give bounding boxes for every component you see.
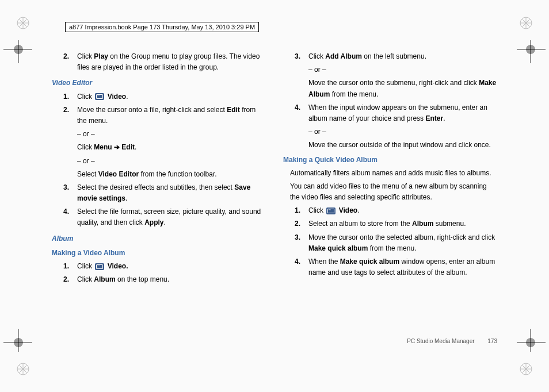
step-item: 1. Click Video. (63, 261, 266, 272)
page-footer: PC Studio Media Manager 173 (407, 337, 497, 346)
step-item: 3. Click Add Album on the left submenu. (295, 51, 497, 62)
step-number: 3. (63, 182, 77, 204)
registration-mark-icon (519, 16, 533, 30)
step-text: When the Make quick album window opens, … (308, 256, 497, 278)
section-name: PC Studio Media Manager (407, 338, 474, 344)
step-text: Click Video. (77, 91, 266, 102)
or-separator: – or – (308, 64, 497, 75)
content-area: 2. Click Play on the Group menu to play … (52, 49, 497, 346)
step-text: Click Video. (77, 261, 266, 272)
heading-making-video-album: Making a Video Album (52, 248, 266, 259)
step-text: Select an album to store from the Album … (308, 218, 497, 229)
step-number: 4. (295, 102, 308, 124)
step-item: 3. Select the desired effects and subtit… (63, 182, 266, 204)
step-alt: Move the cursor onto the submenu, right-… (308, 78, 497, 99)
registration-mark-icon (16, 16, 30, 30)
crop-mark-icon (3, 40, 38, 69)
body-text: You can add video files to the menu of a… (290, 181, 497, 203)
registration-mark-icon (16, 362, 30, 376)
step-number: 1. (295, 205, 308, 216)
step-item: 2. Click Play on the Group menu to play … (63, 51, 266, 73)
step-text: Click Play on the Group menu to play gro… (77, 51, 266, 73)
step-number: 4. (63, 206, 77, 228)
step-number: 2. (63, 105, 77, 126)
or-separator: – or – (77, 129, 266, 140)
step-item: 2. Click Album on the top menu. (63, 274, 266, 285)
page-header-info: a877 Impression.book Page 173 Thursday, … (65, 22, 259, 32)
heading-quick-video-album: Making a Quick Video Album (283, 155, 497, 166)
body-text: Automatically filters album names and ad… (290, 168, 497, 179)
page-number: 173 (487, 338, 497, 344)
or-separator: – or – (77, 156, 266, 167)
step-text: Select the desired effects and subtitles… (77, 182, 266, 204)
left-column: 2. Click Play on the Group menu to play … (52, 49, 266, 346)
step-item: 2. Select an album to store from the Alb… (295, 218, 497, 229)
step-text: When the input window appears on the sub… (308, 102, 497, 124)
step-number: 3. (295, 51, 308, 62)
step-text: Move the cursor onto a file, right-click… (77, 105, 266, 126)
video-icon (326, 207, 336, 214)
step-alt: Select Video Editor from the function to… (77, 169, 266, 180)
step-alt: Click Menu ➔ Edit. (77, 142, 266, 153)
step-text: Click Album on the top menu. (77, 274, 266, 285)
crop-mark-icon (511, 323, 546, 352)
heading-video-editor: Video Editor (52, 78, 266, 89)
step-item: 1. Click Video. (63, 91, 266, 102)
step-item: 2. Move the cursor onto a file, right-cl… (63, 105, 266, 126)
step-number: 3. (295, 232, 308, 254)
step-item: 4. When the input window appears on the … (295, 102, 497, 124)
or-separator: – or – (308, 126, 497, 137)
step-alt: Move the cursor outside of the input win… (308, 140, 497, 151)
step-number: 2. (295, 218, 308, 229)
registration-mark-icon (519, 362, 533, 376)
heading-album: Album (52, 233, 266, 244)
step-item: 1. Click Video. (295, 205, 497, 216)
video-icon (95, 93, 104, 100)
step-item: 4. When the Make quick album window open… (295, 256, 497, 278)
right-column: 3. Click Add Album on the left submenu. … (283, 49, 497, 346)
crop-mark-icon (3, 323, 38, 352)
video-icon (95, 263, 104, 270)
crop-mark-icon (511, 40, 546, 69)
step-text: Click Video. (308, 205, 497, 216)
step-item: 4. Select the file format, screen size, … (63, 206, 266, 228)
step-item: 3. Move the cursor onto the selected alb… (295, 232, 497, 254)
step-text: Move the cursor onto the selected album,… (308, 232, 497, 254)
step-text: Click Add Album on the left submenu. (308, 51, 497, 62)
step-number: 2. (63, 274, 77, 285)
step-number: 2. (63, 51, 77, 73)
step-text: Select the file format, screen size, pic… (77, 206, 266, 228)
step-number: 4. (295, 256, 308, 278)
step-number: 1. (63, 261, 77, 272)
step-number: 1. (63, 91, 77, 102)
